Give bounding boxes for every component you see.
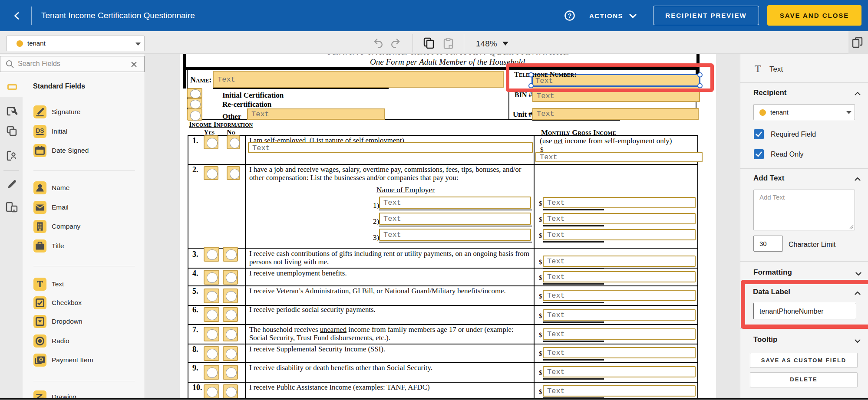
svg-text:T: T xyxy=(37,279,43,289)
svg-text:DS: DS xyxy=(36,127,44,134)
svg-text:?: ? xyxy=(568,12,572,19)
